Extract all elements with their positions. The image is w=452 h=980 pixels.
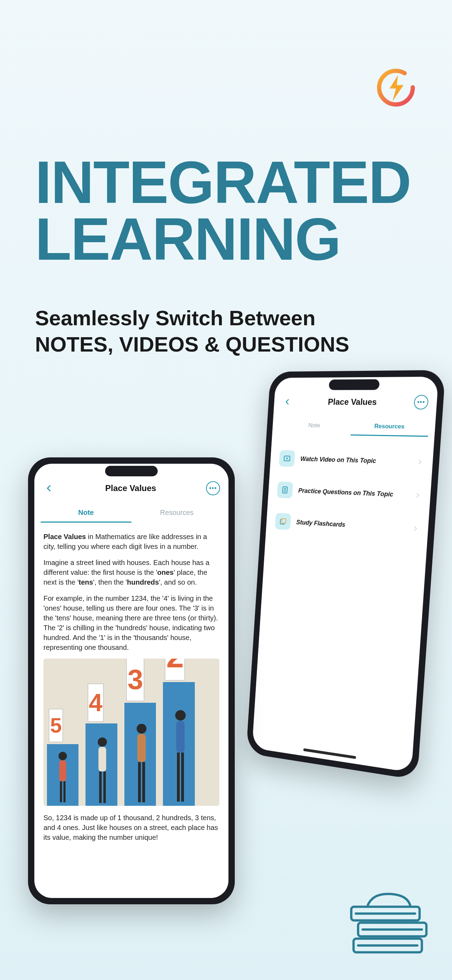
note-paragraph: Place Values in Mathematics are like add… — [43, 532, 220, 551]
svg-rect-14 — [99, 772, 102, 803]
hero-subheading: Seamlessly Switch Between NOTES, VIDEOS … — [35, 305, 417, 358]
more-horizontal-icon: ••• — [417, 399, 425, 406]
back-button[interactable] — [282, 396, 294, 408]
resource-label: Watch Video on This Topic — [300, 455, 411, 466]
headline-line-2: LEARNING — [35, 211, 417, 268]
page-title: Place Values — [105, 483, 156, 493]
illus-digit: 2 — [165, 659, 185, 681]
note-bold: tens — [79, 578, 93, 586]
person-icon — [170, 708, 191, 806]
hero-headline: INTEGRATED LEARNING — [35, 154, 417, 267]
phone-notch — [329, 379, 380, 390]
note-text: ', then the ' — [93, 578, 127, 586]
note-paragraph: For example, in the number 1234, the '4'… — [43, 593, 220, 652]
subhead-line-1: Seamlessly Switch Between — [35, 305, 417, 331]
subhead-line-2: NOTES, VIDEOS & QUESTIONS — [35, 331, 417, 358]
svg-rect-18 — [138, 762, 141, 802]
svg-rect-11 — [64, 781, 65, 802]
tab-resources[interactable]: Resources — [131, 504, 222, 523]
note-bold: hundreds — [127, 578, 159, 586]
play-icon — [279, 450, 295, 467]
svg-rect-15 — [103, 772, 106, 803]
svg-rect-23 — [181, 752, 184, 802]
phone-mockup-notes: Place Values ••• Note Resources Place Va… — [28, 457, 235, 904]
brand-logo — [375, 67, 417, 109]
person-icon — [93, 736, 112, 806]
resource-label: Practice Questions on This Topic — [298, 487, 409, 499]
chevron-right-icon — [414, 492, 420, 498]
cards-icon — [275, 513, 291, 530]
note-content: Place Values in Mathematics are like add… — [34, 525, 228, 855]
phone-notch — [105, 466, 158, 476]
svg-point-20 — [175, 710, 186, 721]
illus-digit: 3 — [126, 659, 145, 702]
chevron-right-icon — [412, 525, 419, 531]
more-horizontal-icon: ••• — [209, 485, 217, 492]
phone-mockup-resources: Place Values ••• Note Resources Watch Vi… — [246, 370, 446, 780]
chevron-right-icon — [417, 459, 423, 465]
resource-label: Study Flashcards — [296, 519, 406, 532]
tab-note[interactable]: Note — [278, 417, 352, 435]
books-illustration — [340, 875, 431, 966]
note-bold: Place Values — [43, 533, 86, 541]
resource-item-flashcards[interactable]: Study Flashcards — [272, 505, 422, 546]
note-illustration: 5 4 3 2 — [43, 659, 220, 806]
tab-resources[interactable]: Resources — [350, 417, 429, 437]
svg-rect-21 — [176, 721, 185, 752]
svg-rect-17 — [137, 734, 146, 762]
note-text: ', and so on. — [159, 578, 197, 586]
resource-item-video[interactable]: Watch Video on This Topic — [276, 442, 427, 479]
illus-digit: 4 — [88, 684, 104, 722]
svg-rect-9 — [59, 760, 66, 781]
svg-point-12 — [98, 737, 107, 746]
clipboard-icon — [277, 482, 293, 499]
more-button[interactable]: ••• — [206, 481, 220, 495]
page-title: Place Values — [328, 397, 377, 407]
svg-rect-7 — [282, 519, 286, 523]
headline-line-1: INTEGRATED — [35, 154, 417, 211]
svg-rect-19 — [142, 762, 145, 802]
svg-rect-13 — [99, 747, 106, 772]
chevron-left-icon — [45, 484, 53, 492]
svg-point-8 — [59, 752, 67, 760]
svg-rect-22 — [177, 752, 180, 802]
person-icon — [54, 750, 72, 806]
note-paragraph: So, 1234 is made up of 1 thousand, 2 hun… — [43, 813, 220, 842]
more-button[interactable]: ••• — [414, 395, 428, 410]
person-icon — [131, 722, 152, 806]
svg-point-16 — [137, 724, 146, 733]
illus-digit: 5 — [49, 709, 63, 742]
svg-rect-10 — [60, 781, 62, 802]
note-bold: ones — [157, 568, 174, 576]
note-paragraph: Imagine a street lined with houses. Each… — [43, 558, 220, 587]
tab-note[interactable]: Note — [41, 504, 131, 523]
chevron-left-icon — [284, 399, 291, 406]
back-button[interactable] — [43, 482, 56, 495]
